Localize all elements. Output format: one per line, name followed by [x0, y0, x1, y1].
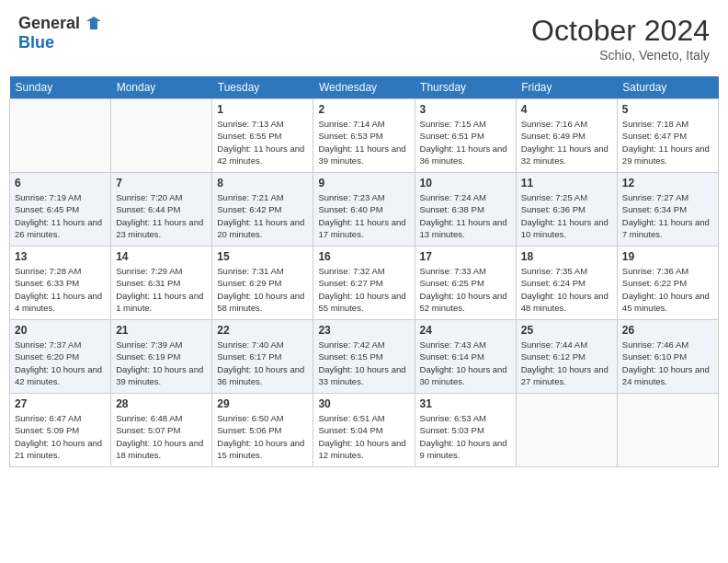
calendar-cell: 28Sunrise: 6:48 AMSunset: 5:07 PMDayligh… [111, 394, 212, 467]
calendar-week-3: 13Sunrise: 7:28 AMSunset: 6:33 PMDayligh… [10, 247, 719, 320]
calendar-cell: 29Sunrise: 6:50 AMSunset: 5:06 PMDayligh… [212, 394, 313, 467]
calendar-cell [516, 394, 617, 467]
logo-arrow-icon [86, 17, 101, 31]
calendar-cell: 21Sunrise: 7:39 AMSunset: 6:19 PMDayligh… [111, 320, 212, 394]
day-number: 25 [521, 324, 612, 337]
day-number: 19 [622, 250, 713, 263]
day-info: Sunrise: 7:15 AMSunset: 6:51 PMDaylight:… [420, 118, 511, 167]
day-number: 14 [116, 250, 207, 263]
day-info: Sunrise: 6:51 AMSunset: 5:04 PMDaylight:… [318, 412, 409, 461]
calendar-week-1: 1Sunrise: 7:13 AMSunset: 6:55 PMDaylight… [10, 99, 719, 173]
day-info: Sunrise: 7:18 AMSunset: 6:47 PMDaylight:… [622, 118, 713, 167]
calendar-cell: 9Sunrise: 7:23 AMSunset: 6:40 PMDaylight… [313, 173, 415, 247]
day-info: Sunrise: 7:33 AMSunset: 6:25 PMDaylight:… [420, 265, 511, 314]
calendar-cell: 8Sunrise: 7:21 AMSunset: 6:42 PMDaylight… [212, 173, 313, 247]
weekday-tuesday: Tuesday [212, 76, 313, 99]
calendar-cell: 22Sunrise: 7:40 AMSunset: 6:17 PMDayligh… [212, 320, 313, 394]
calendar-cell: 30Sunrise: 6:51 AMSunset: 5:04 PMDayligh… [313, 394, 415, 467]
weekday-sunday: Sunday [10, 76, 111, 99]
day-number: 6 [15, 177, 106, 190]
day-info: Sunrise: 7:13 AMSunset: 6:55 PMDaylight:… [217, 118, 308, 167]
day-info: Sunrise: 6:53 AMSunset: 5:03 PMDaylight:… [420, 412, 511, 461]
day-info: Sunrise: 7:29 AMSunset: 6:31 PMDaylight:… [116, 265, 207, 314]
day-info: Sunrise: 6:47 AMSunset: 5:09 PMDaylight:… [15, 412, 106, 461]
calendar-cell: 1Sunrise: 7:13 AMSunset: 6:55 PMDaylight… [212, 99, 313, 173]
calendar-week-5: 27Sunrise: 6:47 AMSunset: 5:09 PMDayligh… [10, 394, 719, 467]
calendar-cell: 4Sunrise: 7:16 AMSunset: 6:49 PMDaylight… [516, 99, 617, 173]
calendar-cell: 15Sunrise: 7:31 AMSunset: 6:29 PMDayligh… [212, 247, 313, 320]
calendar-cell: 25Sunrise: 7:44 AMSunset: 6:12 PMDayligh… [516, 320, 617, 394]
logo-general-text: General [18, 14, 80, 32]
page-header: General Blue October 2024 Schio, Veneto,… [9, 9, 719, 67]
svg-marker-0 [86, 17, 101, 29]
weekday-saturday: Saturday [617, 76, 718, 99]
day-info: Sunrise: 6:50 AMSunset: 5:06 PMDaylight:… [217, 412, 308, 461]
location: Schio, Veneto, Italy [531, 48, 710, 63]
weekday-header-row: SundayMondayTuesdayWednesdayThursdayFrid… [10, 76, 719, 99]
day-number: 21 [116, 324, 207, 337]
day-info: Sunrise: 7:31 AMSunset: 6:29 PMDaylight:… [217, 265, 308, 314]
day-number: 5 [622, 103, 713, 116]
day-info: Sunrise: 7:21 AMSunset: 6:42 PMDaylight:… [217, 191, 308, 240]
calendar-cell: 17Sunrise: 7:33 AMSunset: 6:25 PMDayligh… [415, 247, 516, 320]
day-number: 26 [622, 324, 713, 337]
calendar-table: SundayMondayTuesdayWednesdayThursdayFrid… [9, 76, 719, 467]
day-number: 1 [217, 103, 308, 116]
logo: General Blue [18, 14, 101, 52]
calendar-cell: 11Sunrise: 7:25 AMSunset: 6:36 PMDayligh… [516, 173, 617, 247]
calendar-cell: 31Sunrise: 6:53 AMSunset: 5:03 PMDayligh… [415, 394, 516, 467]
calendar-cell: 26Sunrise: 7:46 AMSunset: 6:10 PMDayligh… [617, 320, 718, 394]
day-number: 29 [217, 397, 308, 410]
title-block: October 2024 Schio, Veneto, Italy [531, 14, 710, 63]
day-number: 12 [622, 177, 713, 190]
day-info: Sunrise: 7:39 AMSunset: 6:19 PMDaylight:… [116, 339, 207, 387]
calendar-cell: 5Sunrise: 7:18 AMSunset: 6:47 PMDaylight… [617, 99, 718, 173]
calendar-cell: 18Sunrise: 7:35 AMSunset: 6:24 PMDayligh… [516, 247, 617, 320]
day-number: 7 [116, 177, 207, 190]
day-number: 16 [318, 250, 409, 263]
weekday-wednesday: Wednesday [313, 76, 415, 99]
calendar-cell [111, 99, 212, 173]
calendar-body: 1Sunrise: 7:13 AMSunset: 6:55 PMDaylight… [10, 99, 719, 467]
day-info: Sunrise: 7:35 AMSunset: 6:24 PMDaylight:… [521, 265, 612, 314]
weekday-thursday: Thursday [415, 76, 516, 99]
day-info: Sunrise: 7:16 AMSunset: 6:49 PMDaylight:… [521, 118, 612, 167]
day-number: 18 [521, 250, 612, 263]
calendar-cell: 24Sunrise: 7:43 AMSunset: 6:14 PMDayligh… [415, 320, 516, 394]
day-number: 4 [521, 103, 612, 116]
day-number: 27 [15, 397, 106, 410]
day-number: 24 [420, 324, 511, 337]
month-title: October 2024 [531, 14, 710, 48]
calendar-cell: 19Sunrise: 7:36 AMSunset: 6:22 PMDayligh… [617, 247, 718, 320]
weekday-monday: Monday [111, 76, 212, 99]
calendar-cell: 20Sunrise: 7:37 AMSunset: 6:20 PMDayligh… [10, 320, 111, 394]
calendar-cell: 13Sunrise: 7:28 AMSunset: 6:33 PMDayligh… [10, 247, 111, 320]
day-number: 15 [217, 250, 308, 263]
day-info: Sunrise: 7:20 AMSunset: 6:44 PMDaylight:… [116, 191, 207, 240]
day-info: Sunrise: 7:32 AMSunset: 6:27 PMDaylight:… [318, 265, 409, 314]
calendar-cell: 14Sunrise: 7:29 AMSunset: 6:31 PMDayligh… [111, 247, 212, 320]
calendar-cell: 12Sunrise: 7:27 AMSunset: 6:34 PMDayligh… [617, 173, 718, 247]
day-info: Sunrise: 7:14 AMSunset: 6:53 PMDaylight:… [318, 118, 409, 167]
calendar-week-4: 20Sunrise: 7:37 AMSunset: 6:20 PMDayligh… [10, 320, 719, 394]
day-number: 11 [521, 177, 612, 190]
day-number: 23 [318, 324, 409, 337]
logo-blue-text: Blue [18, 33, 101, 52]
calendar-cell [10, 99, 111, 173]
day-info: Sunrise: 7:25 AMSunset: 6:36 PMDaylight:… [521, 191, 612, 240]
calendar-cell: 3Sunrise: 7:15 AMSunset: 6:51 PMDaylight… [415, 99, 516, 173]
day-info: Sunrise: 7:24 AMSunset: 6:38 PMDaylight:… [420, 191, 511, 240]
day-info: Sunrise: 7:19 AMSunset: 6:45 PMDaylight:… [15, 191, 106, 240]
calendar-week-2: 6Sunrise: 7:19 AMSunset: 6:45 PMDaylight… [10, 173, 719, 247]
day-info: Sunrise: 7:40 AMSunset: 6:17 PMDaylight:… [217, 339, 308, 387]
day-number: 30 [318, 397, 409, 410]
calendar-header: SundayMondayTuesdayWednesdayThursdayFrid… [10, 76, 719, 99]
calendar-cell [617, 394, 718, 467]
day-number: 20 [15, 324, 106, 337]
day-info: Sunrise: 7:44 AMSunset: 6:12 PMDaylight:… [521, 339, 612, 387]
day-info: Sunrise: 7:43 AMSunset: 6:14 PMDaylight:… [420, 339, 511, 387]
day-info: Sunrise: 7:27 AMSunset: 6:34 PMDaylight:… [622, 191, 713, 240]
day-number: 31 [420, 397, 511, 410]
calendar-cell: 2Sunrise: 7:14 AMSunset: 6:53 PMDaylight… [313, 99, 415, 173]
weekday-friday: Friday [516, 76, 617, 99]
